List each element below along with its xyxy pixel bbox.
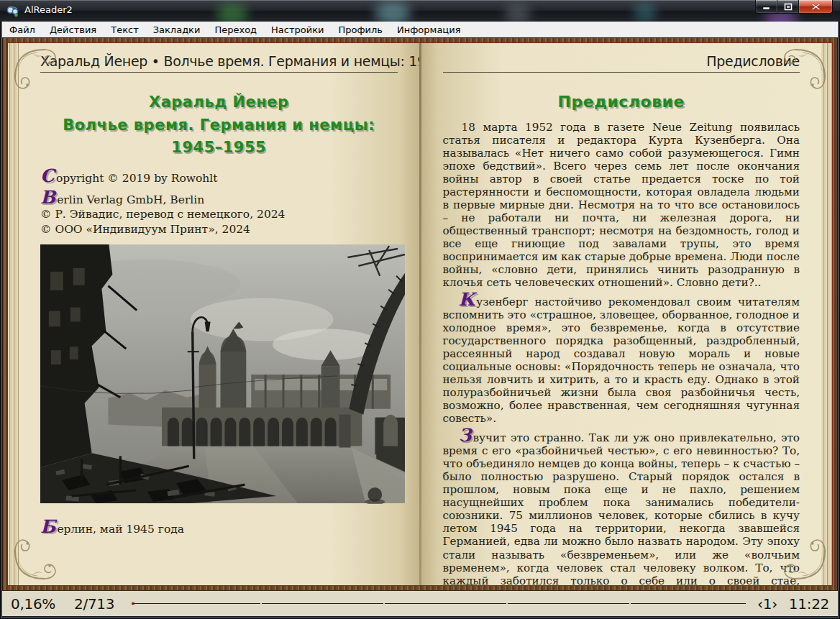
close-button[interactable] — [799, 0, 833, 14]
minimize-icon — [762, 4, 771, 10]
glass-blur-blob — [216, 3, 249, 22]
menu-text[interactable]: Текст — [104, 23, 146, 37]
restore-icon — [784, 3, 793, 11]
close-icon — [811, 3, 821, 11]
restore-button[interactable] — [777, 0, 799, 14]
paragraph: 18 марта 1952 года в газете Neue Zeitung… — [443, 121, 800, 289]
progress-position-marker — [132, 602, 134, 605]
left-page[interactable]: Харальд Йенер • Волчье время. Германия и… — [19, 43, 419, 585]
progress-bar[interactable] — [132, 599, 746, 609]
page-stack-right-edge — [821, 43, 832, 585]
progress-track — [132, 603, 746, 604]
copyright-block: Copyright © 2019 by Rowohlt Berlin Verla… — [40, 171, 398, 237]
menu-bookmarks[interactable]: Закладки — [146, 23, 208, 37]
battery-indicator: ‹1› — [757, 595, 777, 613]
paragraph: Звучит это странно. Так ли уж оно привле… — [443, 431, 800, 585]
section-marker — [383, 603, 385, 604]
menu-actions[interactable]: Действия — [42, 23, 104, 37]
book-frame: Харальд Йенер • Волчье время. Германия и… — [2, 37, 838, 591]
book-title: Харальд Йенер Волчье время. Германия и н… — [40, 91, 398, 160]
menu-file[interactable]: Файл — [2, 23, 42, 37]
chapter-heading: Предисловие — [443, 93, 800, 111]
dropcap: З — [459, 425, 472, 446]
copyright-line: © ООО «Индивидуум Принт», 2024 — [40, 222, 398, 237]
book-title-years: 1945–1955 — [40, 137, 398, 160]
status-bar: 0,16% 2/713 ‹1› 11:22 — [2, 590, 838, 616]
section-marker — [629, 603, 631, 604]
clock[interactable]: 11:22 — [789, 595, 829, 613]
copyright-line: © Р. Эйвадис, перевод с немецкого, 2024 — [40, 207, 398, 221]
book-author: Харальд Йенер — [40, 91, 398, 114]
right-running-header: Предисловие — [443, 53, 800, 73]
menu-profile[interactable]: Профиль — [332, 23, 391, 37]
app-window: AlReader2 Файл Действия Текст Закладки П… — [0, 0, 840, 619]
window-title: AlReader2 — [24, 4, 73, 15]
dropcap: B — [40, 187, 55, 208]
dropcap: Б — [40, 516, 55, 537]
menu-goto[interactable]: Переход — [207, 23, 264, 37]
right-page[interactable]: Предисловие Предисловие 18 марта 1952 го… — [421, 43, 822, 585]
menu-settings[interactable]: Настройки — [264, 23, 331, 37]
page-stack-left-edge — [8, 43, 19, 585]
copyright-line: Copyright © 2019 by Rowohlt — [40, 171, 398, 185]
glass-blur-blob — [374, 1, 411, 22]
chapter-text: 18 марта 1952 года в газете Neue Zeitung… — [443, 121, 800, 585]
section-marker — [506, 603, 508, 604]
section-marker — [260, 603, 262, 604]
titlebar-highlight — [0, 0, 840, 1]
window-controls — [755, 0, 833, 14]
dropcap: К — [459, 289, 475, 310]
photo-berlin-ruins-1945 — [40, 244, 405, 504]
book-title-line: Волчье время. Германия и немцы: — [40, 114, 398, 137]
left-running-header: Харальд Йенер • Волчье время. Германия и… — [40, 53, 398, 73]
dropcap: C — [40, 165, 55, 186]
paragraph: Кузенберг настойчиво рекомендовал своим … — [443, 295, 800, 425]
reading-progress-percent[interactable]: 0,16% — [11, 595, 55, 613]
alreader-app-icon — [6, 5, 19, 17]
glass-blur-blob — [633, 3, 657, 22]
title-bar[interactable]: AlReader2 — [0, 0, 840, 22]
minimize-button[interactable] — [755, 0, 777, 14]
page-counter[interactable]: 2/713 — [74, 595, 114, 613]
menu-info[interactable]: Информация — [390, 23, 467, 37]
glass-blur-blob — [503, 4, 532, 22]
book-pages-area: Харальд Йенер • Волчье время. Германия и… — [7, 42, 833, 586]
menu-bar: Файл Действия Текст Закладки Переход Нас… — [2, 22, 838, 38]
photo-caption: Берлин, май 1945 года — [40, 523, 398, 536]
copyright-line: Berlin Verlag GmbH, Berlin — [40, 193, 398, 207]
